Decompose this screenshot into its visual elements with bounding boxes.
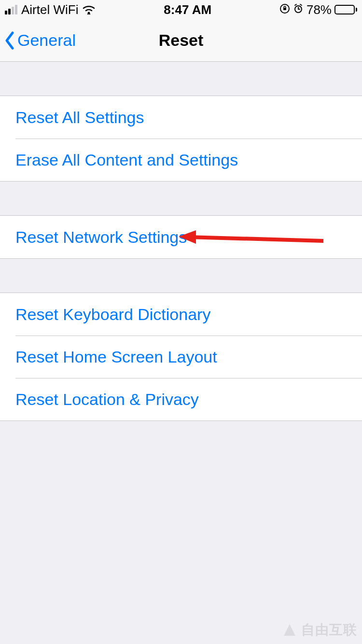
back-button[interactable]: General [4, 31, 76, 50]
group-1: Reset All Settings Erase All Content and… [0, 96, 362, 182]
page-title: Reset [159, 31, 204, 50]
orientation-lock-icon [279, 2, 290, 17]
status-right: 78% [279, 2, 357, 17]
row-label: Reset Location & Privacy [15, 390, 199, 409]
watermark: 自由互联 [281, 621, 357, 639]
back-label: General [17, 31, 76, 50]
group-3: Reset Keyboard Dictionary Reset Home Scr… [0, 293, 362, 421]
erase-all-content-row[interactable]: Erase All Content and Settings [0, 139, 362, 181]
row-label: Reset Network Settings [15, 228, 187, 247]
content: Reset All Settings Erase All Content and… [0, 62, 362, 421]
row-label: Reset Home Screen Layout [15, 348, 217, 366]
watermark-icon [281, 621, 298, 639]
cellular-signal-icon [5, 5, 17, 14]
reset-home-screen-layout-row[interactable]: Reset Home Screen Layout [0, 336, 362, 378]
reset-network-settings-row[interactable]: Reset Network Settings [0, 216, 362, 258]
reset-location-privacy-row[interactable]: Reset Location & Privacy [0, 378, 362, 420]
reset-all-settings-row[interactable]: Reset All Settings [0, 96, 362, 139]
row-label: Reset Keyboard Dictionary [15, 305, 210, 324]
status-time: 8:47 AM [164, 2, 211, 17]
status-left: Airtel WiFi [5, 2, 96, 17]
row-label: Erase All Content and Settings [15, 151, 238, 169]
watermark-text: 自由互联 [301, 621, 357, 639]
alarm-icon [293, 2, 304, 17]
group-2: Reset Network Settings [0, 215, 362, 259]
reset-keyboard-dictionary-row[interactable]: Reset Keyboard Dictionary [0, 293, 362, 336]
status-bar: Airtel WiFi 8:47 AM 78% [0, 0, 362, 19]
nav-bar: General Reset [0, 19, 362, 62]
chevron-left-icon [4, 31, 15, 50]
carrier-label: Airtel WiFi [21, 2, 78, 17]
battery-percent: 78% [306, 2, 332, 17]
wifi-icon [82, 5, 96, 14]
svg-rect-2 [283, 8, 286, 10]
row-label: Reset All Settings [15, 108, 144, 127]
battery-icon [334, 5, 357, 14]
svg-point-0 [88, 12, 90, 14]
